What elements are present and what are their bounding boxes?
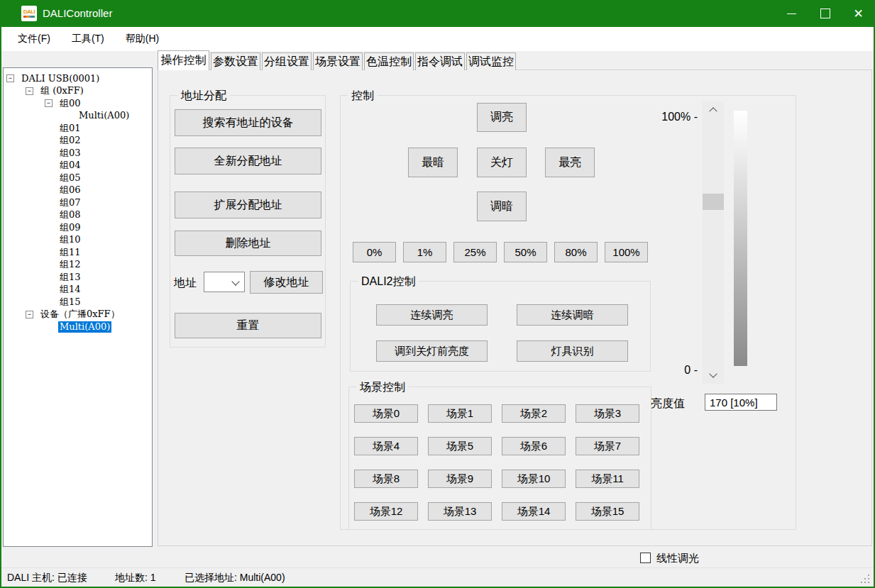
maximize-button[interactable] — [808, 0, 842, 27]
tree-item-6[interactable]: 组03 — [4, 147, 152, 160]
tree-item-4[interactable]: 组01 — [4, 122, 152, 135]
tab-0[interactable]: 操作控制 — [158, 50, 209, 70]
tree-collapse-icon[interactable]: − — [45, 99, 53, 107]
dim-button[interactable]: 调暗 — [477, 192, 527, 221]
tree-item-label[interactable]: 组09 — [58, 222, 82, 233]
address-button-1[interactable]: 全新分配地址 — [175, 148, 321, 174]
dali2-button-0[interactable]: 连续调亮 — [376, 304, 488, 326]
tree-item-label[interactable]: 组04 — [58, 160, 82, 171]
tree-item-label[interactable]: 组08 — [58, 209, 82, 221]
tree-item-1[interactable]: −组 (0xFF) — [4, 85, 152, 98]
tree-item-3[interactable]: Multi(A00) — [4, 110, 152, 123]
tree-item-label[interactable]: 组10 — [58, 234, 82, 245]
close-button[interactable]: ✕ — [842, 0, 875, 27]
tree-item-label[interactable]: 组01 — [58, 123, 82, 134]
scene-button-7[interactable]: 场景7 — [576, 437, 639, 455]
tree-item-5[interactable]: 组02 — [4, 135, 152, 148]
tab-1[interactable]: 参数设置 — [211, 52, 260, 70]
tree-item-label[interactable]: 设备（广播0xFF） — [39, 309, 121, 320]
minimize-button[interactable] — [775, 0, 808, 27]
scene-button-0[interactable]: 场景0 — [354, 404, 418, 423]
scroll-down-button[interactable] — [703, 370, 724, 382]
percent-button-0pct[interactable]: 0% — [353, 242, 396, 262]
scene-button-11[interactable]: 场景11 — [576, 470, 639, 488]
tree-item-18[interactable]: 组15 — [4, 296, 152, 309]
tree-item-label[interactable]: 组03 — [58, 148, 82, 159]
tree-item-label[interactable]: Multi(A00) — [58, 321, 111, 333]
tree-item-label[interactable]: 组11 — [58, 247, 82, 258]
tree-item-label[interactable]: 组 (0xFF) — [39, 85, 85, 96]
menu-item-0[interactable]: 文件(F) — [7, 27, 61, 51]
percent-button-1pct[interactable]: 1% — [403, 242, 446, 262]
lamp-off-button[interactable]: 关灯 — [477, 148, 527, 177]
address-button-3[interactable]: 删除地址 — [175, 231, 321, 256]
percent-button-25pct[interactable]: 25% — [453, 242, 497, 262]
tree-item-17[interactable]: 组14 — [4, 284, 152, 296]
tree-item-label[interactable]: 组02 — [58, 135, 82, 146]
brighten-button[interactable]: 调亮 — [477, 103, 527, 132]
tree-item-label[interactable]: 组12 — [58, 259, 82, 270]
scene-button-6[interactable]: 场景6 — [502, 437, 566, 455]
tree-item-label[interactable]: 组06 — [58, 184, 82, 196]
tab-4[interactable]: 色温控制 — [364, 52, 414, 70]
tree-item-20[interactable]: Multi(A00) — [4, 321, 152, 333]
tree-collapse-icon[interactable]: − — [26, 311, 33, 318]
brightness-value-field[interactable]: 170 [10%] — [705, 394, 777, 411]
tree-item-label[interactable]: DALI USB(0001) — [20, 73, 101, 84]
brightness-scrollbar[interactable] — [703, 101, 724, 384]
tree-item-label[interactable]: 组13 — [58, 272, 82, 283]
tree-item-9[interactable]: 组06 — [4, 184, 152, 197]
tree-item-label[interactable]: 组05 — [58, 172, 82, 184]
scrollbar-thumb[interactable] — [703, 194, 724, 210]
min-brightness-button[interactable]: 最暗 — [408, 148, 458, 177]
tab-2[interactable]: 分组设置 — [262, 52, 312, 70]
resize-grip-icon[interactable] — [868, 582, 869, 583]
tree-item-label[interactable]: 组07 — [58, 197, 82, 209]
address-button-0[interactable]: 搜索有地址的设备 — [175, 109, 321, 136]
tree-item-7[interactable]: 组04 — [4, 160, 152, 172]
tab-5[interactable]: 指令调试 — [415, 52, 465, 70]
scene-button-1[interactable]: 场景1 — [428, 404, 492, 423]
scene-button-9[interactable]: 场景9 — [428, 470, 492, 488]
max-brightness-button[interactable]: 最亮 — [545, 148, 595, 177]
tree-item-19[interactable]: −设备（广播0xFF） — [4, 309, 152, 321]
dali2-button-3[interactable]: 灯具识别 — [517, 340, 628, 362]
percent-button-50pct[interactable]: 50% — [504, 242, 547, 262]
tree-item-label[interactable]: 组15 — [58, 296, 82, 308]
address-button-2[interactable]: 扩展分配地址 — [175, 192, 321, 218]
tree-item-11[interactable]: 组08 — [4, 209, 152, 222]
dali2-button-2[interactable]: 调到关灯前亮度 — [376, 340, 488, 362]
tree-item-10[interactable]: 组07 — [4, 196, 152, 209]
tree-item-label[interactable]: 组00 — [58, 98, 82, 109]
tree-collapse-icon[interactable]: − — [26, 87, 33, 95]
linear-dimming-checkbox[interactable] — [640, 553, 651, 563]
dali2-button-1[interactable]: 连续调暗 — [517, 304, 628, 326]
tree-item-12[interactable]: 组09 — [4, 221, 152, 234]
scene-button-3[interactable]: 场景3 — [576, 404, 639, 423]
address-combobox[interactable] — [204, 272, 245, 292]
scene-button-13[interactable]: 场景13 — [428, 502, 492, 521]
percent-button-100pct[interactable]: 100% — [605, 242, 648, 262]
tree-item-8[interactable]: 组05 — [4, 172, 152, 184]
scene-button-5[interactable]: 场景5 — [428, 437, 492, 455]
tree-item-14[interactable]: 组11 — [4, 246, 152, 259]
modify-address-button[interactable]: 修改地址 — [250, 271, 323, 294]
scene-button-4[interactable]: 场景4 — [354, 437, 418, 455]
tree-item-16[interactable]: 组13 — [4, 271, 152, 284]
scene-button-12[interactable]: 场景12 — [354, 502, 418, 521]
percent-button-80pct[interactable]: 80% — [554, 242, 598, 262]
scene-button-8[interactable]: 场景8 — [354, 470, 418, 488]
menu-item-1[interactable]: 工具(T) — [61, 27, 115, 51]
reset-button[interactable]: 重置 — [175, 313, 321, 338]
scene-button-10[interactable]: 场景10 — [502, 470, 566, 488]
tree-item-0[interactable]: −DALI USB(0001) — [4, 72, 152, 85]
tree-item-label[interactable]: 组14 — [58, 284, 82, 295]
scene-button-2[interactable]: 场景2 — [502, 404, 566, 423]
scene-button-14[interactable]: 场景14 — [502, 502, 566, 521]
tree-item-label[interactable]: Multi(A00) — [77, 110, 131, 121]
scene-button-15[interactable]: 场景15 — [576, 502, 639, 521]
tree-item-15[interactable]: 组12 — [4, 259, 152, 272]
scroll-up-button[interactable] — [703, 103, 724, 116]
tab-6[interactable]: 调试监控 — [466, 52, 516, 70]
tree-collapse-icon[interactable]: − — [6, 74, 14, 82]
